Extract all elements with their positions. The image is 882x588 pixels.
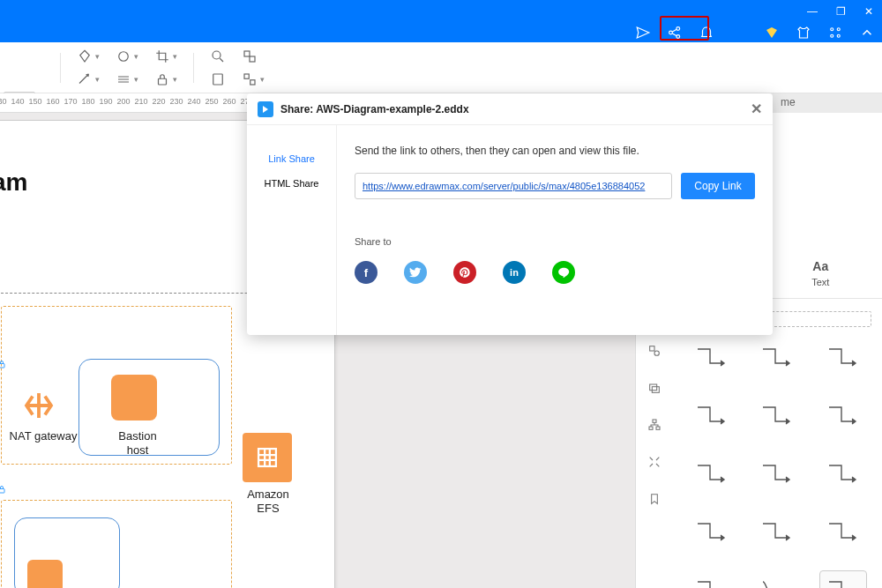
close-button[interactable]: ✕ <box>863 5 875 18</box>
share-link-field[interactable]: https://www.edrawmax.com/server/public/s… <box>355 173 672 199</box>
app-logo-icon <box>258 101 273 117</box>
connector-style[interactable] <box>688 338 736 375</box>
font-icon: Aa <box>812 259 828 273</box>
shapes-icon[interactable] <box>647 344 662 361</box>
amazon-efs-icon[interactable] <box>243 433 292 482</box>
dialog-title: Share: AWS-Diagram-example-2.eddx <box>280 103 469 115</box>
diamond-icon[interactable] <box>764 25 780 41</box>
svg-rect-8 <box>159 78 167 85</box>
replace-button[interactable] <box>242 48 265 64</box>
connector-style[interactable] <box>688 512 736 549</box>
layers-icon[interactable] <box>647 381 662 398</box>
svg-rect-12 <box>250 56 255 62</box>
restore-button[interactable]: ❐ <box>834 5 847 18</box>
title-bar: — ❐ ✕ <box>0 0 882 42</box>
crop-button[interactable]: ▾ <box>154 48 177 64</box>
shirt-icon[interactable] <box>796 25 811 41</box>
bastion-host-icon[interactable] <box>111 375 157 421</box>
tab-text[interactable]: Aa Text <box>759 249 883 298</box>
svg-point-6 <box>837 34 840 37</box>
panel-iconbar <box>641 344 668 510</box>
dialog-description: Send the link to others, then they can o… <box>355 145 755 157</box>
svg-rect-13 <box>244 74 249 78</box>
svg-point-4 <box>837 28 840 31</box>
line-icon[interactable] <box>552 261 575 284</box>
connector-style[interactable] <box>753 512 801 549</box>
tab-label: Text <box>811 277 829 287</box>
svg-rect-16 <box>258 449 276 466</box>
side-html-share[interactable]: HTML Share <box>247 171 336 196</box>
pinterest-icon[interactable] <box>453 261 476 284</box>
connector-style[interactable] <box>819 454 867 491</box>
svg-rect-26 <box>652 387 659 393</box>
expand-icon[interactable] <box>647 455 662 473</box>
bookmark-icon[interactable] <box>647 492 662 510</box>
panel-header: me <box>767 93 882 113</box>
line-button[interactable]: ▾ <box>77 71 100 87</box>
share-to-label: Share to <box>355 236 755 247</box>
share-highlight-box <box>660 16 709 41</box>
svg-point-5 <box>831 34 833 37</box>
group-button[interactable]: ▾ <box>242 71 265 87</box>
minimize-button[interactable]: — <box>806 5 818 18</box>
connector-style[interactable] <box>688 396 736 433</box>
connector-style[interactable] <box>819 396 867 433</box>
line-style-button[interactable]: ▾ <box>116 71 138 87</box>
svg-rect-29 <box>656 427 660 429</box>
svg-point-24 <box>654 351 659 355</box>
svg-point-3 <box>831 28 833 31</box>
lock-icon <box>0 482 7 493</box>
connector-styles-grid <box>682 330 873 588</box>
connector-style[interactable] <box>688 454 736 491</box>
svg-rect-10 <box>213 74 223 85</box>
diagram-title: am <box>0 168 27 197</box>
share-dialog: Share: AWS-Diagram-example-2.eddx ✕ Link… <box>247 93 773 335</box>
chevron-up-icon[interactable] <box>859 25 875 41</box>
search-button[interactable] <box>210 48 226 64</box>
fill-button[interactable]: ▾ <box>77 48 100 64</box>
connector-style-selected[interactable] <box>819 570 867 588</box>
tree-icon[interactable] <box>647 418 662 435</box>
connector-style[interactable] <box>753 570 801 588</box>
svg-rect-14 <box>250 79 255 84</box>
svg-rect-28 <box>649 427 653 429</box>
lock-button[interactable]: ▾ <box>154 71 177 87</box>
side-link-share[interactable]: Link Share <box>247 146 336 171</box>
connector-style[interactable] <box>753 396 801 433</box>
svg-rect-25 <box>650 384 657 391</box>
connector-style[interactable] <box>819 512 867 549</box>
svg-rect-11 <box>244 51 250 56</box>
nat-gateway-icon[interactable] <box>20 387 57 428</box>
ribbon-toolbar: Abc ▾ ▾ ▾ ▾ ▾ ▾ ▾ ▾ <box>0 42 882 93</box>
grid-icon[interactable] <box>827 25 843 41</box>
svg-point-7 <box>119 51 129 61</box>
svg-rect-27 <box>653 420 656 422</box>
copy-link-button[interactable]: Copy Link <box>681 173 755 199</box>
dialog-close-button[interactable]: ✕ <box>751 100 762 117</box>
dialog-side-nav: Link Share HTML Share <box>247 125 337 335</box>
connector-style[interactable] <box>753 338 801 375</box>
nat-label: NAT gateway <box>8 429 78 443</box>
svg-point-9 <box>213 51 220 59</box>
connector-style[interactable] <box>688 570 736 588</box>
page-button[interactable] <box>210 71 226 87</box>
connector-style[interactable] <box>753 454 801 491</box>
connector-style[interactable] <box>819 338 867 375</box>
svg-rect-15 <box>0 364 4 368</box>
divider <box>60 53 61 83</box>
shape-button[interactable]: ▾ <box>116 48 138 64</box>
efs-label: Amazon EFS <box>237 488 299 515</box>
bastion-label: Bastion host <box>107 429 168 457</box>
facebook-icon[interactable]: f <box>355 261 377 284</box>
lock-icon <box>0 357 7 368</box>
send-icon[interactable] <box>635 25 651 41</box>
twitter-icon[interactable] <box>404 261 427 284</box>
social-row: f in <box>355 261 755 284</box>
linkedin-icon[interactable]: in <box>503 261 526 284</box>
svg-rect-17 <box>0 489 4 494</box>
instance-icon[interactable] <box>27 560 63 588</box>
dialog-header: Share: AWS-Diagram-example-2.eddx ✕ <box>247 93 773 125</box>
dialog-main: Send the link to others, then they can o… <box>337 125 773 335</box>
divider <box>193 53 194 83</box>
window-controls: — ❐ ✕ <box>806 5 875 18</box>
